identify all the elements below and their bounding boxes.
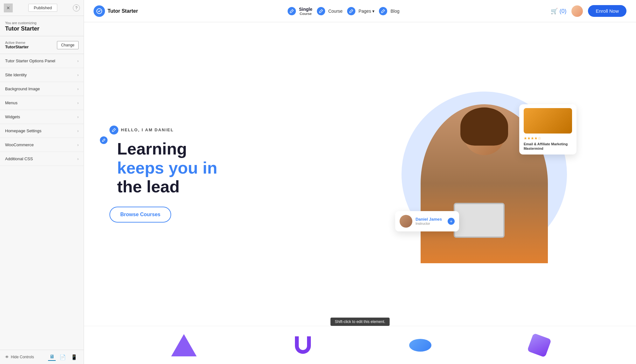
nav-item-widgets[interactable]: Widgets › (0, 110, 84, 124)
nav-item-label-background-image: Background Image (5, 86, 40, 91)
course-card-image (524, 108, 572, 134)
nav-item-site-identity[interactable]: Site Identity › (0, 68, 84, 82)
nav-single-course-edit[interactable] (288, 7, 296, 15)
nav-links: Single Course Course Pages ▾ (288, 5, 402, 17)
nav-item-background-image[interactable]: Background Image › (0, 82, 84, 96)
nav-item-chevron-site-identity: › (77, 73, 79, 77)
nav-single-course-wrapper: Single Course (288, 5, 314, 17)
nav-pages-wrapper: Pages ▾ (347, 7, 377, 15)
nav-item-tutor-starter-options[interactable]: Tutor Starter Options Panel › (0, 54, 84, 68)
nav-course-wrapper: Course (317, 7, 345, 15)
nav-item-additional-css[interactable]: Additional CSS › (0, 152, 84, 166)
instructor-plus-icon[interactable]: + (448, 218, 455, 225)
nav-item-label-additional-css: Additional CSS (5, 156, 33, 161)
shift-click-tooltip: Shift-click to edit this element. (330, 318, 390, 326)
nav-item-chevron-tutor-starter-options: › (77, 59, 79, 63)
help-button[interactable]: ? (73, 4, 80, 11)
star-rating: ★★★★☆ (524, 136, 572, 141)
hello-text: HELLO, I AM DANIEL (121, 127, 174, 132)
nav-item-chevron-menus: › (77, 101, 79, 105)
main-preview-area: Tutor Starter Single Course (84, 0, 636, 364)
nav-pages-link[interactable]: Pages ▾ (357, 7, 377, 15)
hero-content: HELLO, I AM DANIEL Learning keeps you in… (109, 126, 217, 223)
nav-item-chevron-background-image: › (77, 87, 79, 91)
shape-disc (409, 339, 431, 352)
course-card-title: Email & Affiliate Marketing Mastermind (524, 142, 572, 151)
nav-item-label-homepage-settings: Homepage Settings (5, 128, 41, 133)
nav-item-chevron-woocommerce: › (77, 143, 79, 147)
nav-item-chevron-additional-css: › (77, 157, 79, 161)
instructor-avatar (400, 215, 412, 228)
enroll-now-button[interactable]: Enroll Now (588, 5, 626, 17)
nav-blog-link[interactable]: Blog (388, 7, 401, 15)
nav-pages-edit[interactable] (347, 7, 355, 15)
person-hair (460, 107, 508, 146)
customizing-label: You are customizing (5, 21, 79, 25)
nav-single-course-link[interactable]: Single Course (297, 5, 314, 17)
tablet (454, 203, 505, 238)
customizer-header: ✕ Published ? (0, 0, 84, 16)
published-badge: Published (28, 4, 57, 12)
site-nav: Tutor Starter Single Course (84, 0, 636, 22)
shape-cube (527, 333, 551, 357)
user-avatar[interactable] (571, 5, 583, 17)
theme-section: Active theme TutorStarter Change (0, 36, 84, 54)
close-button[interactable]: ✕ (4, 3, 13, 12)
nav-item-label-site-identity: Site Identity (5, 72, 27, 77)
hide-controls-button[interactable]: 👁 Hide Controls (5, 355, 34, 359)
hero-line3: the lead (117, 177, 180, 196)
tablet-view-button[interactable]: 📄 (58, 353, 67, 361)
nav-course-link[interactable]: Course (326, 7, 345, 15)
nav-blog-wrapper: Blog (379, 7, 401, 15)
floating-course-card: ★★★★☆ Email & Affiliate Marketing Master… (519, 104, 577, 155)
brand: Tutor Starter (94, 5, 138, 17)
cart-icon[interactable]: 🛒 (0) (551, 8, 566, 15)
brand-name: Tutor Starter (108, 8, 138, 14)
customizer-panel: ✕ Published ? You are customizing Tutor … (0, 0, 84, 364)
nav-item-woocommerce[interactable]: WooCommerce › (0, 138, 84, 152)
hello-edit-dot[interactable] (109, 126, 118, 134)
eye-icon: 👁 (5, 355, 9, 359)
bottom-bar: 👁 Hide Controls 🖥 📄 📱 (0, 350, 84, 364)
device-switcher: 🖥 📄 📱 (48, 353, 79, 361)
active-theme-name: TutorStarter (5, 45, 29, 49)
customizing-title: Tutor Starter (5, 25, 79, 32)
nav-item-label-menus: Menus (5, 100, 17, 105)
nav-item-chevron-widgets: › (77, 115, 79, 119)
hero-heading-edit[interactable] (100, 136, 108, 144)
hero-line2: keeps you in (117, 159, 217, 177)
browse-courses-button[interactable]: Browse Courses (109, 207, 171, 223)
nav-item-menus[interactable]: Menus › (0, 96, 84, 110)
nav-item-chevron-homepage-settings: › (77, 129, 79, 133)
hide-controls-label: Hide Controls (11, 355, 34, 359)
nav-right: 🛒 (0) Enroll Now (551, 5, 626, 17)
nav-course-sub: Course (300, 12, 312, 16)
nav-item-label-tutor-starter-options: Tutor Starter Options Panel (5, 58, 55, 63)
desktop-view-button[interactable]: 🖥 (48, 353, 56, 361)
mobile-view-button[interactable]: 📱 (70, 353, 79, 361)
instructor-role: Instructor (416, 222, 442, 225)
nav-item-homepage-settings[interactable]: Homepage Settings › (0, 124, 84, 138)
nav-course-edit[interactable] (317, 7, 325, 15)
active-theme-label: Active theme (5, 41, 29, 45)
customizing-section: You are customizing Tutor Starter (0, 16, 84, 36)
hero-image-area: ★★★★☆ Email & Affiliate Marketing Master… (332, 22, 636, 326)
hero-line1: Learning (117, 140, 187, 158)
shape-hook (295, 336, 311, 354)
instructor-name: Daniel James (416, 217, 442, 222)
shapes-area (84, 326, 636, 364)
hello-tag: HELLO, I AM DANIEL (109, 126, 217, 134)
floating-instructor-card: Daniel James Instructor + (395, 211, 459, 231)
nav-item-label-widgets: Widgets (5, 114, 20, 119)
change-theme-button[interactable]: Change (57, 41, 79, 49)
brand-icon (94, 5, 105, 17)
nav-items-list: Tutor Starter Options Panel › Site Ident… (0, 54, 84, 350)
nav-single-label: Single (299, 7, 312, 12)
nav-blog-edit[interactable] (379, 7, 387, 15)
nav-item-label-woocommerce: WooCommerce (5, 142, 34, 147)
shape-triangle (171, 334, 197, 356)
hero-section: HELLO, I AM DANIEL Learning keeps you in… (84, 22, 636, 326)
hero-heading: Learning keeps you in the lead (117, 140, 217, 196)
